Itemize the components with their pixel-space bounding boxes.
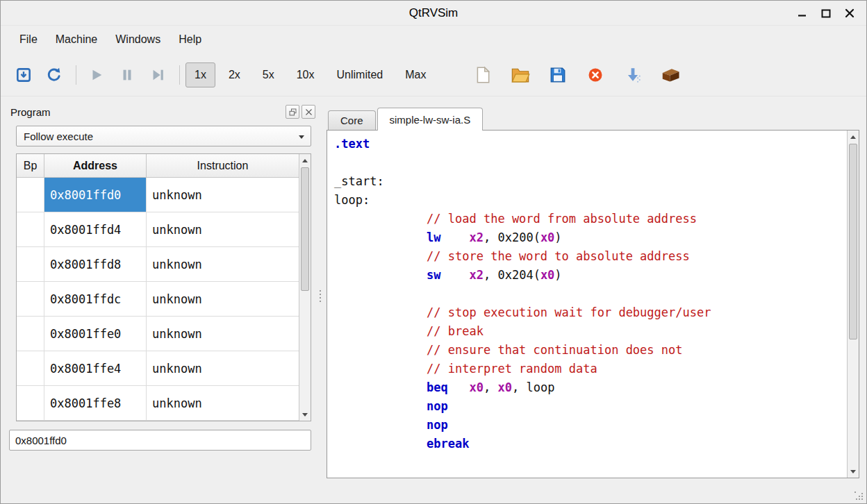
scroll-up-button[interactable] [848,131,859,142]
scroll-up-button[interactable] [299,155,311,166]
step-button[interactable] [143,60,172,90]
menu-machine[interactable]: Machine [47,29,106,50]
program-table-scrollbar[interactable] [299,154,311,421]
bp-cell[interactable] [17,386,44,420]
minimize-button[interactable] [794,5,811,22]
code-line: sw x2, 0x204(x0) [334,266,847,285]
bp-cell[interactable] [17,317,44,351]
code-line: loop: [334,191,847,210]
menu-help[interactable]: Help [170,29,210,50]
address-cell[interactable]: 0x8001ffd4 [44,212,147,246]
close-button[interactable] [841,5,858,22]
bp-cell[interactable] [17,247,44,281]
save-source-button[interactable] [543,60,572,90]
play-icon [89,67,104,83]
maximize-icon [820,8,832,19]
editor-scrollbar[interactable] [847,131,859,478]
window-title: QtRVSim [1,1,866,25]
address-cell[interactable]: 0x8001ffe8 [44,386,147,420]
close-dock-button[interactable] [302,105,315,119]
code-line [334,153,847,172]
address-input[interactable] [9,430,311,451]
pause-button[interactable] [113,60,142,90]
column-header-bp: Bp [17,154,44,177]
bp-cell[interactable] [17,282,44,316]
code-line: lw x2, 0x200(x0) [334,228,847,247]
speed-button[interactable]: Unlimited [328,62,393,87]
bp-cell[interactable] [17,351,44,385]
program-dock-title: Program [10,106,51,118]
follow-mode-select[interactable]: Follow execute [16,126,311,146]
scroll-down-button[interactable] [299,409,311,420]
instruction-cell[interactable]: unknown [147,317,299,351]
statusbar [1,488,866,503]
code-area[interactable]: .text_start:loop: // load the word from … [327,131,847,478]
resize-grip[interactable] [854,492,863,500]
scroll-down-button[interactable] [848,466,859,477]
new-source-button[interactable] [468,60,497,90]
table-row: 0x8001ffe4 unknown [17,351,299,386]
instruction-cell[interactable]: unknown [147,351,299,385]
scrollbar-thumb[interactable] [849,144,857,339]
triangle-down-icon [850,470,856,473]
speed-button[interactable]: 5x [254,62,283,87]
tab-core[interactable]: Core [328,110,376,130]
minimize-icon [797,8,808,19]
instruction-cell[interactable]: unknown [147,282,299,316]
window-controls [794,1,858,25]
instruction-cell[interactable]: unknown [147,178,299,212]
speed-button[interactable]: 1x [185,62,215,87]
compile-source-button[interactable] [618,60,647,90]
speed-button[interactable]: 10x [288,62,324,87]
bp-cell[interactable] [17,212,44,246]
open-source-button[interactable] [506,60,535,90]
instruction-cell[interactable]: unknown [147,386,299,420]
instruction-cell[interactable]: unknown [147,212,299,246]
code-line: // break [334,322,847,341]
address-cell[interactable]: 0x8001ffd0 [44,178,147,212]
pause-icon [119,67,135,83]
reload-machine-button[interactable] [9,60,38,90]
menu-file[interactable]: File [10,29,47,50]
program-table-header: Bp Address Instruction [17,154,299,178]
address-cell[interactable]: 0x8001ffe0 [44,317,147,351]
speed-button[interactable]: 2x [220,62,249,87]
main-content: Program [1,96,866,488]
code-line: // load the word from absolute address [334,210,847,228]
program-table-body: 0x8001ffd0 unknown 0x8001ffd4 unknown 0x… [17,178,299,421]
scrollbar-thumb[interactable] [301,167,309,291]
code-line: // interpret random data [334,360,847,378]
speed-button[interactable]: Max [396,62,435,87]
program-dock-header: Program [8,101,317,123]
toolbar-separator [179,65,180,85]
bp-cell[interactable] [17,178,44,212]
brick-icon [660,65,681,85]
code-line: .text [334,135,847,153]
follow-mode-value: Follow execute [24,131,93,142]
close-source-button[interactable] [581,60,610,90]
dock-splitter[interactable] [317,101,324,488]
triangle-up-icon [850,135,856,139]
run-button[interactable] [82,60,111,90]
table-row: 0x8001ffd4 unknown [17,212,299,247]
close-icon [844,8,855,19]
instruction-cell[interactable]: unknown [147,247,299,281]
maximize-button[interactable] [818,5,834,22]
floppy-icon [549,66,567,84]
step-icon [150,67,165,83]
address-cell[interactable]: 0x8001ffe4 [44,351,147,385]
close-circle-icon [587,67,604,83]
menu-windows[interactable]: Windows [106,29,170,50]
float-icon [288,108,297,117]
address-cell[interactable]: 0x8001ffd8 [44,247,147,281]
float-dock-button[interactable] [286,105,299,119]
build-button[interactable] [656,60,685,90]
editor-tabbar: Core simple-lw-sw-ia.S [327,106,859,130]
code-line [334,285,847,303]
toolbar-separator [76,65,76,85]
qtrvsim-window: QtRVSim File Machine Windows Help [0,0,867,504]
table-row: 0x8001ffdc unknown [17,282,299,317]
address-cell[interactable]: 0x8001ffdc [44,282,147,316]
tab-source-file[interactable]: simple-lw-sw-ia.S [377,108,484,131]
reset-machine-button[interactable] [40,60,69,90]
